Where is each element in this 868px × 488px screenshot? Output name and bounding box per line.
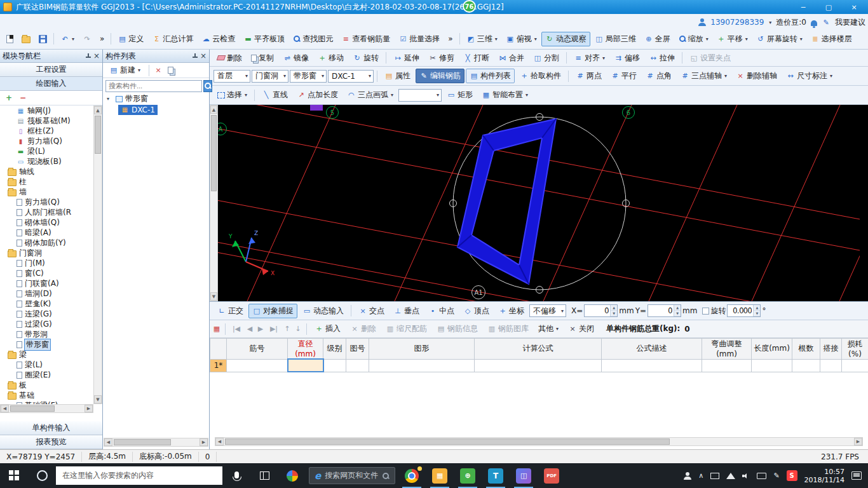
keyboard-icon[interactable] (757, 473, 766, 479)
col-header-bend-adjust[interactable]: 弯曲调整(mm) (702, 339, 752, 360)
col-header-formula[interactable]: 计算公式 (475, 339, 602, 360)
cloud-check-button[interactable]: ☁云检查 (198, 32, 239, 46)
rectangle-tool-button[interactable]: ▭矩形 (443, 88, 477, 102)
wifi-icon[interactable] (726, 473, 735, 479)
nav-hscrollbar[interactable]: ◀ ▶ (0, 404, 93, 413)
tree-folder-foundation[interactable]: 基础 (0, 390, 93, 400)
col-header-count[interactable]: 根数 (792, 339, 820, 360)
rotate-checkbox[interactable] (702, 308, 709, 315)
maximize-button[interactable]: ▢ (818, 1, 839, 13)
photos-app-button[interactable]: ◫ (510, 463, 538, 488)
rebar-library-button[interactable]: ▥钢筋图库 (484, 322, 532, 336)
chrome-app-button[interactable] (398, 463, 426, 488)
zoom-button[interactable]: 缩放▾ (675, 32, 712, 46)
green-app-button[interactable]: ⊕ (454, 463, 482, 488)
insert-row-button[interactable]: +插入 (311, 322, 344, 336)
col-header-lap[interactable]: 搭接 (820, 339, 842, 360)
pan-button[interactable]: +平移▾ (713, 32, 752, 46)
tree-item-door[interactable]: 门(M) (0, 258, 93, 268)
next-row-icon[interactable]: ▶ (256, 325, 265, 334)
single-component-button[interactable]: 单构件输入 (0, 421, 102, 435)
angle-stepper[interactable]: ▲▼ (727, 304, 761, 317)
tree-item-band-hole[interactable]: 带形洞 (0, 329, 93, 339)
action-center-icon[interactable] (851, 471, 862, 480)
line-tool-button[interactable]: ╲直线 (258, 88, 292, 102)
element-select[interactable]: DXC-1▾ (328, 70, 374, 83)
split-button[interactable]: ◫分割 (529, 51, 563, 65)
nav-vscrollbar[interactable]: ▲ ▼ (93, 105, 102, 404)
find-element-button[interactable]: 查找图元 (289, 32, 337, 46)
save-button[interactable] (35, 33, 51, 45)
project-settings-button[interactable]: 工程设置 (0, 63, 102, 77)
point-length-button[interactable]: ↗点加长度 (293, 88, 342, 102)
redo-button[interactable]: ↷ (79, 32, 95, 45)
col-header-bar-no[interactable]: 筋号 (227, 339, 288, 360)
cell-bar-no[interactable] (227, 359, 288, 372)
component-panel-close-icon[interactable]: × (200, 51, 207, 60)
tree-item-niche[interactable]: 壁龛(K) (0, 299, 93, 309)
tree-item-door-window[interactable]: 门联窗(A) (0, 278, 93, 288)
copy-component-icon[interactable] (168, 67, 173, 74)
tree-item-masonry-reinf[interactable]: 砌体加筋(Y) (0, 238, 93, 248)
tree-item-ring-beam[interactable]: 圈梁(E) (0, 370, 93, 380)
floor-select[interactable]: 首层▾ (214, 70, 250, 83)
component-item-row[interactable]: ▦DXC-1 (103, 104, 209, 115)
view-top-button[interactable]: ▣俯视▾ (502, 32, 541, 46)
cell-length[interactable] (752, 359, 792, 372)
tree-item-axis-grid[interactable]: ▦轴网(J) (0, 105, 93, 116)
close-button[interactable]: × (843, 1, 865, 13)
ortho-toggle[interactable]: ∟正交 (214, 304, 247, 318)
glodon-app-button[interactable]: ▦ (426, 463, 454, 488)
smart-layout-button[interactable]: ▦智能布置▾ (478, 88, 532, 102)
two-point-axis-button[interactable]: #两点 (572, 69, 606, 83)
viewport-vscrollbar[interactable]: ▲ ▼ (210, 105, 218, 301)
angle-input[interactable] (728, 306, 753, 315)
close-editor-button[interactable]: ×关闭 (564, 322, 598, 336)
delete-component-icon[interactable]: × (154, 66, 163, 75)
align-button[interactable]: ≡对齐▾ (570, 51, 609, 65)
teal-app-button[interactable]: T (482, 463, 510, 488)
sogou-icon[interactable]: S (787, 470, 797, 481)
fullscreen-button[interactable]: ⊕全屏 (641, 32, 674, 46)
orbit-button[interactable]: ↻动态观察 (541, 32, 590, 46)
y-coord-input[interactable] (648, 306, 674, 315)
delete-aux-axis-button[interactable]: ×删除辅轴 (732, 69, 781, 83)
rebar-info-button[interactable]: ▤钢筋信息 (433, 322, 482, 336)
pinwheel-app-button[interactable] (278, 463, 306, 488)
component-list-button[interactable]: ▤构件列表 (466, 69, 515, 83)
tray-expand-icon[interactable]: ∧ (698, 471, 703, 480)
pdf-app-button[interactable]: PDF (538, 463, 566, 488)
category-select[interactable]: 门窗洞▾ (252, 70, 288, 83)
open-file-button[interactable] (18, 33, 34, 45)
draw-input-button[interactable]: 绘图输入 (0, 77, 102, 91)
point-angle-axis-button[interactable]: #点角 (642, 69, 675, 83)
graph-toggle-icon[interactable]: ▦ (212, 325, 221, 334)
cell-count[interactable] (792, 359, 820, 372)
prev-row-icon[interactable]: ◀ (245, 325, 254, 334)
col-header-loss[interactable]: 损耗(%) (842, 339, 868, 360)
object-snap-toggle[interactable]: □对象捕捉 (248, 304, 297, 318)
flush-slab-button[interactable]: ▬平齐板顶 (240, 32, 288, 46)
scale-rebar-button[interactable]: ▥缩尺配筋 (382, 322, 431, 336)
merge-button[interactable]: ⋈合并 (494, 51, 528, 65)
mirror-button[interactable]: ⇌镜像 (279, 51, 313, 65)
nav-panel-close-icon[interactable]: × (93, 51, 100, 60)
tree-folder-column[interactable]: 柱 (0, 177, 93, 187)
col-header-shape[interactable]: 图形 (369, 339, 475, 360)
cell-loss[interactable] (842, 359, 868, 372)
tree-item-beam-sc[interactable]: ▬梁(L) (0, 146, 93, 156)
cell-diameter-active[interactable] (288, 359, 323, 372)
set-grips-button[interactable]: ◱设置夹点 (686, 51, 735, 65)
viewport-3d[interactable]: A 5 6 A1 Y Z X ▲ ▼ (210, 105, 868, 301)
tree-item-shear-wall[interactable]: 剪力墙(Q) (0, 197, 93, 207)
coordinate-snap-toggle[interactable]: +坐标 (494, 304, 528, 318)
col-header-fig-no[interactable]: 图号 (346, 339, 369, 360)
summary-calc-button[interactable]: Σ汇总计算 (148, 32, 197, 46)
parallel-axis-button[interactable]: #平行 (607, 69, 641, 83)
pin-icon[interactable] (192, 53, 198, 59)
offset-button[interactable]: ⇉偏移 (610, 51, 644, 65)
extend-button[interactable]: ↦延伸 (390, 51, 423, 65)
col-header-grade[interactable]: 级别 (323, 339, 346, 360)
collapse-arrow-icon[interactable]: ▾ (107, 96, 113, 102)
tree-item-slab-sc[interactable]: ▭现浇板(B) (0, 156, 93, 166)
